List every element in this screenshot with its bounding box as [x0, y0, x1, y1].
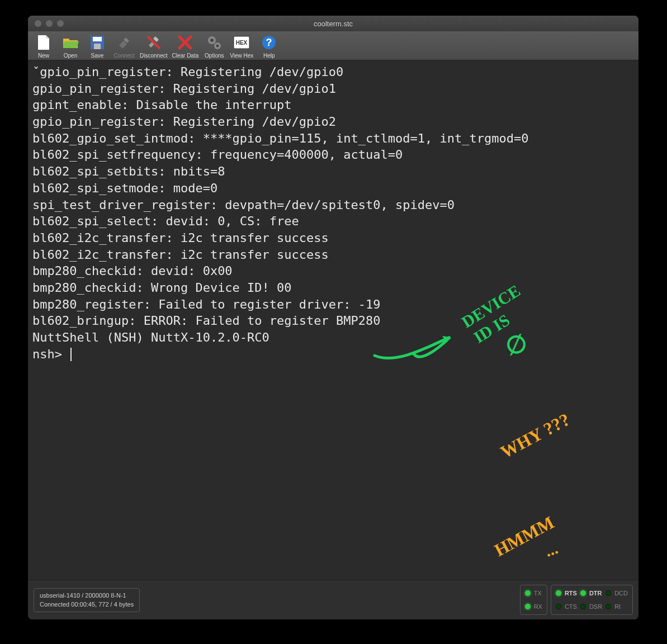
disconnect-label: Disconnect — [140, 53, 167, 59]
minimize-icon[interactable] — [46, 20, 53, 27]
terminal-line: bmp280_checkid: devid: 0x00 — [32, 263, 634, 280]
led-dcd — [605, 590, 611, 596]
terminal-line: bmp280_checkid: Wrong Device ID! 00 — [32, 280, 634, 296]
open-button[interactable]: Open — [59, 34, 82, 59]
help-icon: ? — [260, 34, 278, 51]
view-hex-label: View Hex — [230, 53, 253, 59]
new-button[interactable]: New — [32, 34, 55, 59]
traffic-lights — [28, 20, 64, 27]
svg-rect-1 — [93, 37, 102, 41]
terminal-line: gpint_enable: Disable the interrupt — [32, 97, 634, 113]
app-window: coolterm.stc New Open Save Connect — [28, 16, 638, 619]
options-label: Options — [205, 53, 224, 59]
folder-open-icon — [62, 34, 79, 51]
led-rts — [556, 590, 561, 596]
terminal-line: NuttShell (NSH) NuttX-10.2.0-RC0 — [32, 329, 634, 346]
led-tx-label: TX — [534, 590, 542, 596]
led-cts — [556, 604, 561, 609]
plug-icon — [115, 34, 133, 51]
connect-label: Connect — [113, 53, 134, 59]
zoom-icon[interactable] — [57, 20, 64, 27]
led-ri — [605, 604, 611, 609]
led-dtr — [580, 590, 586, 596]
terminal-line: bl602_gpio_set_intmod: ****gpio_pin=115,… — [32, 130, 634, 147]
file-icon — [35, 34, 53, 51]
help-button[interactable]: ? Help — [258, 34, 280, 59]
window-title: coolterm.stc — [28, 20, 638, 28]
terminal-line: ˇgpio_pin_register: Registering /dev/gpi… — [32, 64, 634, 80]
terminal-line: bmp280_register: Failed to register driv… — [32, 296, 634, 313]
clear-data-label: Clear Data — [172, 53, 198, 59]
save-button[interactable]: Save — [86, 34, 108, 59]
help-label: Help — [263, 53, 275, 59]
terminal-line: bl602_i2c_transfer: i2c transfer success — [32, 247, 634, 263]
clear-data-button[interactable]: Clear Data — [172, 34, 198, 59]
hex-icon: HEX — [233, 34, 250, 51]
terminal-output[interactable]: ˇgpio_pin_register: Registering /dev/gpi… — [28, 60, 638, 580]
toolbar: New Open Save Connect Disconnect — [28, 31, 638, 60]
terminal-line: bl602_bringup: ERROR: Failed to register… — [32, 312, 634, 329]
annotation-hmmm: HMMM — [490, 510, 559, 562]
led-rx-label: RX — [534, 603, 542, 610]
terminal-line: bl602_spi_setmode: mode=0 — [32, 180, 634, 197]
svg-point-4 — [210, 39, 214, 42]
led-dtr-label: DTR — [589, 590, 602, 596]
svg-text:HEX: HEX — [236, 40, 248, 46]
led-dsr-label: DSR — [589, 603, 602, 610]
connect-button: Connect — [113, 34, 135, 59]
svg-rect-2 — [94, 44, 101, 49]
clear-icon — [176, 34, 194, 51]
svg-text:?: ? — [266, 37, 272, 48]
view-hex-button[interactable]: HEX View Hex — [230, 34, 253, 59]
terminal-line: bl602_spi_select: devid: 0, CS: free — [32, 213, 634, 230]
terminal-line: bl602_spi_setfrequency: frequency=400000… — [32, 146, 634, 163]
terminal-text: ˇgpio_pin_register: Registering /dev/gpi… — [32, 64, 634, 362]
status-connection-info: usbserial-1410 / 2000000 8-N-1 Connected… — [34, 588, 140, 612]
titlebar: coolterm.stc — [28, 16, 638, 31]
close-icon[interactable] — [35, 20, 41, 27]
annotation-why: WHY ??? — [496, 408, 574, 464]
disconnect-button[interactable]: Disconnect — [140, 34, 167, 59]
save-label: Save — [91, 53, 104, 59]
floppy-icon — [88, 34, 106, 51]
svg-point-6 — [216, 45, 219, 48]
terminal-line: nsh> — [32, 346, 634, 363]
led-tx — [525, 590, 531, 596]
cursor — [70, 348, 72, 361]
disconnect-icon — [145, 34, 163, 51]
led-ri-label: RI — [614, 603, 628, 610]
led-group-txrx: TX RX — [520, 585, 547, 615]
led-cts-label: CTS — [565, 603, 577, 610]
statusbar: usbserial-1410 / 2000000 8-N-1 Connected… — [28, 580, 638, 619]
status-port: usbserial-1410 / 2000000 8-N-1 — [40, 591, 134, 600]
terminal-line: spi_test_driver_register: devpath=/dev/s… — [32, 197, 634, 214]
terminal-line: bl602_spi_setbits: nbits=8 — [32, 163, 634, 180]
led-dsr — [580, 604, 586, 609]
terminal-line: gpio_pin_register: Registering /dev/gpio… — [32, 80, 634, 97]
led-rx — [525, 604, 531, 609]
options-button[interactable]: Options — [203, 34, 225, 59]
led-rts-label: RTS — [565, 590, 577, 596]
terminal-line: gpio_pin_register: Registering /dev/gpio… — [32, 113, 634, 130]
led-group-handshake: RTS DTR DCD CTS DSR RI — [551, 585, 633, 615]
led-dcd-label: DCD — [614, 590, 628, 596]
open-label: Open — [64, 53, 77, 59]
new-label: New — [38, 53, 49, 59]
annotation-dots: ... — [542, 537, 561, 562]
terminal-line: bl602_i2c_transfer: i2c transfer success — [32, 230, 634, 247]
status-connection: Connected 00:00:45, 772 / 4 bytes — [40, 600, 134, 609]
gear-icon — [205, 34, 223, 51]
